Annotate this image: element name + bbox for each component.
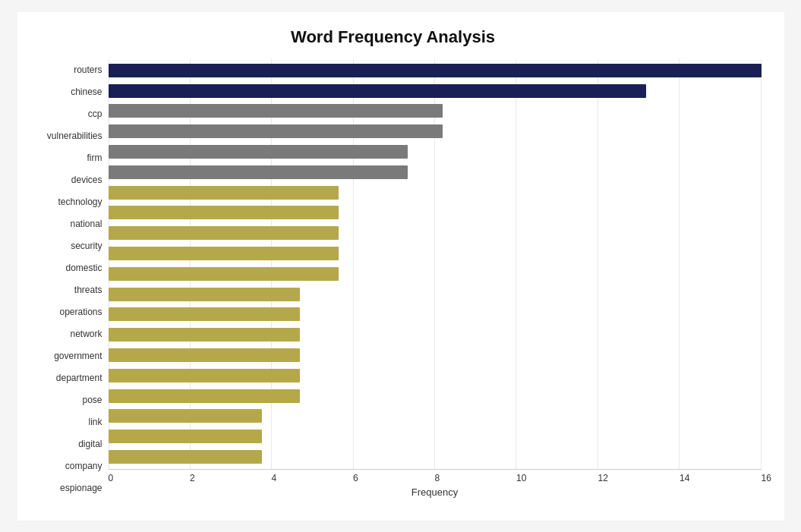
bar-row <box>109 348 762 363</box>
bars-area <box>109 59 762 469</box>
bar <box>109 430 262 443</box>
y-axis-label: national <box>70 216 102 232</box>
y-axis-label: department <box>56 370 102 386</box>
x-axis-label: Frequency <box>109 486 762 498</box>
bar-row <box>109 124 762 139</box>
y-axis-label: domestic <box>65 260 102 276</box>
y-axis-label: company <box>65 458 102 474</box>
bar <box>109 369 301 382</box>
bar-row <box>109 83 762 99</box>
bar <box>109 145 408 159</box>
bar <box>109 247 339 260</box>
y-axis-label: link <box>88 414 102 430</box>
bar-row <box>109 449 762 464</box>
bar <box>109 288 301 301</box>
bar <box>109 165 408 179</box>
bar <box>109 124 443 138</box>
chart-area: routerschineseccpvulnerabilitiesfirmdevi… <box>25 59 762 499</box>
bar <box>109 226 339 240</box>
bar <box>109 84 646 98</box>
y-axis-label: government <box>54 348 102 364</box>
bar-row <box>109 205 762 220</box>
bar-row <box>109 389 762 404</box>
bar <box>109 64 762 77</box>
bar-row <box>109 103 762 118</box>
chart-container: Word Frequency Analysis routerschinesecc… <box>17 12 784 521</box>
y-axis-label: pose <box>82 392 102 408</box>
bars-and-xaxis: 0246810121416 Frequency <box>109 59 762 499</box>
bar <box>109 104 443 118</box>
bar-row <box>109 225 762 241</box>
y-axis-label: network <box>70 326 102 342</box>
bar <box>109 409 262 423</box>
bar-row <box>109 63 762 78</box>
bar <box>109 307 301 321</box>
bar-row <box>109 307 762 322</box>
bar-row <box>109 144 762 159</box>
bar <box>109 206 339 219</box>
y-axis-label: devices <box>71 172 102 188</box>
bar-row <box>109 408 762 423</box>
bar-row <box>109 429 762 444</box>
x-ticks: 0246810121416 <box>109 470 762 483</box>
y-axis-label: operations <box>59 304 102 320</box>
y-axis-label: routers <box>74 61 102 78</box>
bar-row <box>109 165 762 180</box>
y-axis-label: vulnerabilities <box>47 127 102 144</box>
y-axis-label: threats <box>74 282 102 298</box>
bar <box>109 186 339 200</box>
bar <box>109 328 301 342</box>
bar <box>109 450 262 464</box>
bar-row <box>109 327 762 342</box>
bar <box>109 267 339 281</box>
y-axis: routerschineseccpvulnerabilitiesfirmdevi… <box>25 59 109 499</box>
y-axis-label: chinese <box>71 83 102 100</box>
x-axis: 0246810121416 Frequency <box>109 469 762 499</box>
bar-row <box>109 368 762 383</box>
y-axis-label: digital <box>78 436 102 452</box>
bar <box>109 389 301 403</box>
bar-row <box>109 266 762 282</box>
y-axis-label: firm <box>87 150 102 166</box>
bars-list <box>109 59 762 469</box>
bar-row <box>109 185 762 200</box>
y-axis-label: ccp <box>88 105 102 122</box>
bar-row <box>109 287 762 302</box>
bar <box>109 348 301 362</box>
y-axis-label: espionage <box>60 480 102 496</box>
bar-row <box>109 246 762 261</box>
y-axis-label: technology <box>58 194 102 210</box>
chart-title: Word Frequency Analysis <box>25 27 762 47</box>
y-axis-label: security <box>71 238 102 254</box>
